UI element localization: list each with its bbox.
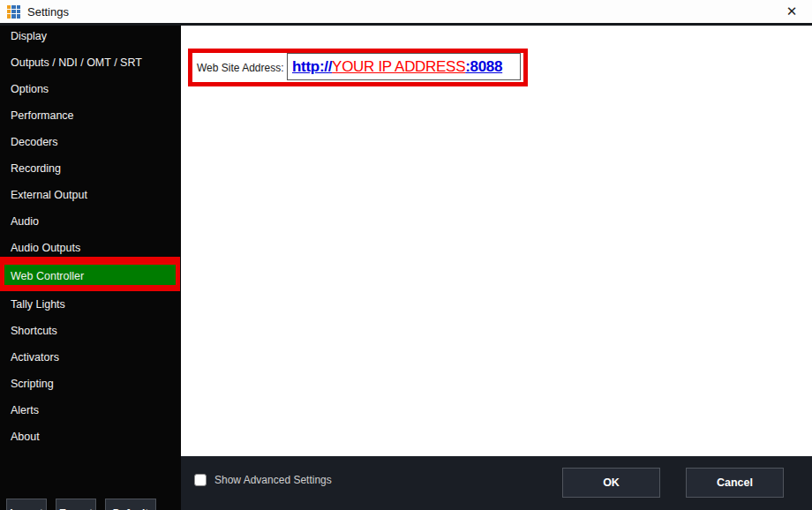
web-site-address-link[interactable]: http:// YOUR IP ADDRESS :8088 bbox=[287, 53, 521, 80]
sidebar-item-label: Shortcuts bbox=[11, 325, 57, 337]
sidebar-item-label: Web Controller bbox=[11, 270, 84, 282]
sidebar-item-label: Alerts bbox=[11, 404, 39, 416]
sidebar-item-label: Audio bbox=[11, 215, 39, 228]
sidebar-item[interactable]: Shortcuts bbox=[0, 318, 181, 344]
sidebar-item-label: Performance bbox=[11, 109, 74, 122]
sidebar-item[interactable]: Performance bbox=[0, 102, 181, 129]
close-icon[interactable]: ✕ bbox=[778, 4, 805, 19]
ok-button[interactable]: OK bbox=[562, 468, 660, 498]
default-button[interactable]: Default bbox=[105, 499, 156, 510]
sidebar-item[interactable]: Audio bbox=[0, 208, 181, 235]
url-scheme: http:// bbox=[292, 58, 332, 76]
footer-bar: Show Advanced Settings OK Cancel bbox=[181, 456, 812, 510]
settings-window: Settings ✕ Display Outputs / NDI / OMT /… bbox=[0, 0, 812, 510]
sidebar-item-label: Display bbox=[11, 30, 47, 42]
show-advanced-checkbox[interactable] bbox=[194, 474, 207, 486]
sidebar-item[interactable]: Tally Lights bbox=[0, 291, 181, 318]
sidebar-item-label: Tally Lights bbox=[11, 298, 65, 311]
import-button[interactable]: Import bbox=[6, 499, 47, 510]
sidebar-item[interactable]: Activators bbox=[0, 344, 181, 371]
sidebar-item-label: Outputs / NDI / OMT / SRT bbox=[11, 56, 142, 69]
sidebar-item-label: Recording bbox=[11, 162, 61, 175]
sidebar-item[interactable]: External Output bbox=[0, 182, 181, 208]
show-advanced-label: Show Advanced Settings bbox=[214, 474, 332, 486]
sidebar-item[interactable]: Outputs / NDI / OMT / SRT bbox=[0, 49, 181, 76]
sidebar-item[interactable]: Options bbox=[0, 76, 181, 102]
url-host-placeholder: YOUR IP ADDRESS bbox=[332, 58, 465, 76]
sidebar-item-label: About bbox=[11, 431, 40, 443]
sidebar-item[interactable]: About bbox=[0, 424, 181, 450]
sidebar-item[interactable]: Recording bbox=[0, 155, 181, 182]
sidebar-item[interactable]: Web Controller bbox=[0, 261, 180, 291]
show-advanced-row: Show Advanced Settings bbox=[194, 474, 332, 486]
window-title: Settings bbox=[27, 5, 69, 19]
sidebar-item-label: External Output bbox=[11, 189, 87, 201]
cancel-button[interactable]: Cancel bbox=[686, 468, 784, 498]
sidebar-item[interactable]: Display bbox=[0, 23, 181, 49]
sidebar-item-label: Decoders bbox=[11, 136, 58, 148]
sidebar-item[interactable]: Scripting bbox=[0, 371, 181, 397]
titlebar-divider bbox=[0, 23, 812, 26]
vmix-logo-icon bbox=[7, 5, 20, 19]
sidebar-item-label: Audio Outputs bbox=[11, 242, 80, 254]
sidebar-item-label: Activators bbox=[11, 351, 59, 364]
sidebar-item-label: Scripting bbox=[11, 378, 54, 390]
sidebar-nav: Display Outputs / NDI / OMT / SRT Option… bbox=[0, 23, 181, 450]
url-port: :8088 bbox=[465, 58, 502, 76]
sidebar: Display Outputs / NDI / OMT / SRT Option… bbox=[0, 23, 181, 510]
title-bar: Settings ✕ bbox=[0, 0, 812, 23]
sidebar-item[interactable]: Audio Outputs bbox=[0, 235, 181, 261]
sidebar-item-label: Options bbox=[11, 83, 49, 95]
main-panel bbox=[181, 26, 812, 456]
sidebar-item[interactable]: Alerts bbox=[0, 397, 181, 424]
web-site-address-label: Web Site Address: bbox=[197, 62, 284, 74]
sidebar-item[interactable]: Decoders bbox=[0, 129, 181, 155]
export-button[interactable]: Export bbox=[56, 499, 96, 510]
